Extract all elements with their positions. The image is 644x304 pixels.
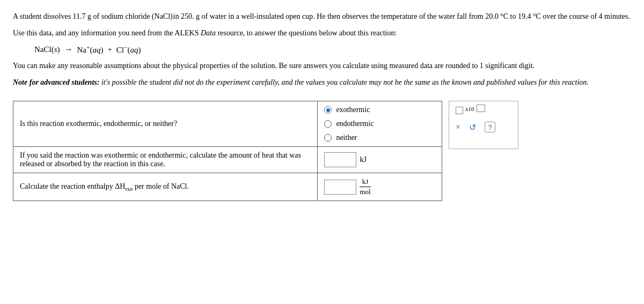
radio-circle-neither[interactable] <box>324 134 332 142</box>
table-row: Is this reaction exothermic, endothermic… <box>13 101 442 147</box>
question-1: Is this reaction exothermic, endothermic… <box>13 101 318 147</box>
unit-numerator: kJ <box>362 177 369 186</box>
paragraph1: A student dissolves 11.7 g of sodium chl… <box>13 11 631 22</box>
question-table: Is this reaction exothermic, endothermic… <box>13 101 442 201</box>
paragraph2: Use this data, and any information you n… <box>13 27 631 39</box>
heat-unit: kJ <box>360 155 366 164</box>
exponent-label: x10 <box>465 106 474 112</box>
exponent-display: x10 <box>456 107 485 114</box>
question-3: Calculate the reaction enthalpy ΔHrxn pe… <box>13 173 318 201</box>
answer-3: kJ mol <box>318 173 442 201</box>
fraction-line <box>360 187 370 187</box>
undo-icon[interactable]: ↺ <box>469 122 476 132</box>
radio-circle-endothermic[interactable] <box>324 120 332 128</box>
radio-label-exothermic: exothermic <box>336 106 370 114</box>
radio-exothermic[interactable]: exothermic <box>324 106 435 114</box>
table-section: Is this reaction exothermic, endothermic… <box>13 101 631 201</box>
equation-arrow: → <box>64 45 73 54</box>
radio-neither[interactable]: neither <box>324 134 435 142</box>
note: Note for advanced students: it's possibl… <box>13 77 631 88</box>
heat-input-group: kJ <box>324 152 435 167</box>
equation-product2: Cl−(aq) <box>116 44 141 55</box>
radio-endothermic[interactable]: endothermic <box>324 120 435 128</box>
base-square <box>456 107 463 114</box>
equation-reactant: NaCl(s) <box>34 45 60 54</box>
heat-input[interactable] <box>324 152 356 167</box>
radio-circle-exothermic[interactable] <box>324 106 332 114</box>
exponent-box[interactable] <box>477 105 485 112</box>
unit-denominator: mol <box>360 188 370 196</box>
enthalpy-input-group: kJ mol <box>324 177 435 196</box>
enthalpy-unit: kJ mol <box>360 177 370 196</box>
radio-group: exothermic endothermic neither <box>324 106 435 142</box>
panel-actions: × ↺ ? <box>456 122 511 132</box>
paragraph3: You can make any reasonable assumptions … <box>13 60 631 71</box>
table-row: If you said the reaction was exothermic … <box>13 147 442 173</box>
radio-label-neither: neither <box>336 134 357 142</box>
close-icon[interactable]: × <box>456 122 460 132</box>
side-panel: x10 × ↺ ? <box>449 101 518 149</box>
equation-plus: + <box>107 45 112 54</box>
equation-product1: Na+(aq) <box>77 44 104 55</box>
question-2: If you said the reaction was exothermic … <box>13 147 318 173</box>
answer-1: exothermic endothermic neither <box>318 101 442 147</box>
enthalpy-input[interactable] <box>324 180 356 195</box>
help-icon[interactable]: ? <box>485 122 495 132</box>
equation: NaCl(s) → Na+(aq) + Cl−(aq) <box>34 44 631 55</box>
radio-label-endothermic: endothermic <box>336 120 374 128</box>
table-row: Calculate the reaction enthalpy ΔHrxn pe… <box>13 173 442 201</box>
answer-2: kJ <box>318 147 442 173</box>
